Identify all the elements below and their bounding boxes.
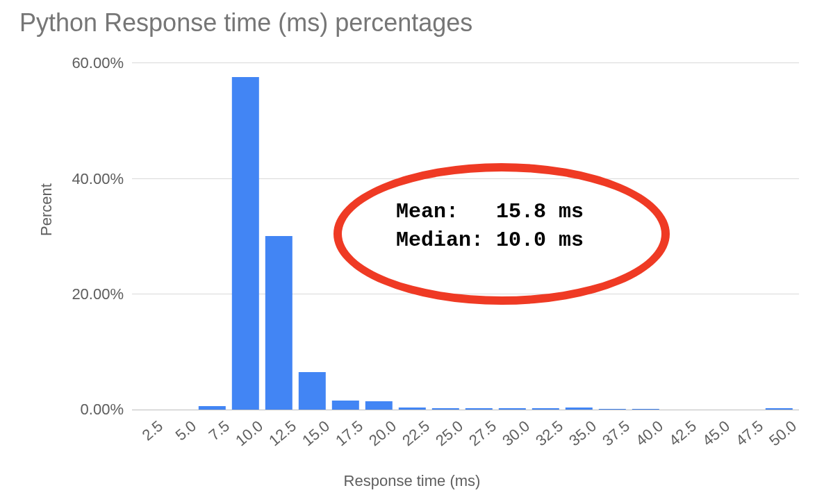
- bar: [365, 401, 392, 410]
- x-tick-label: 50.0: [761, 412, 800, 450]
- annotation-median-label: Median:: [396, 228, 484, 252]
- bar-slot: 47.5: [732, 62, 766, 410]
- bar: [265, 236, 292, 410]
- bar-slot: 10.0: [232, 62, 265, 410]
- bar: [766, 408, 792, 410]
- bar: [199, 406, 225, 410]
- x-tick-label: 5.0: [167, 412, 200, 444]
- bar: [599, 409, 625, 410]
- bar-slot: 12.5: [265, 62, 299, 410]
- annotation-mean-label: Mean:: [396, 200, 459, 224]
- bar-slot: 15.0: [299, 62, 332, 410]
- bar-slot: 2.5: [132, 62, 165, 410]
- bar-slot: 7.5: [199, 62, 232, 410]
- annotation-mean-value: 15.8 ms: [496, 200, 584, 224]
- bar: [299, 372, 325, 410]
- x-axis-title: Response time (ms): [344, 472, 481, 490]
- bar: [332, 401, 359, 410]
- bar-slot: 5.0: [165, 62, 199, 410]
- bar: [432, 408, 459, 410]
- y-tick-label: 40.00%: [72, 170, 132, 188]
- chart-title: Python Response time (ms) percentages: [19, 8, 472, 37]
- bar: [465, 408, 492, 410]
- bar: [399, 408, 425, 410]
- bar: [232, 77, 258, 410]
- annotation-median-value: 10.0 ms: [496, 228, 584, 252]
- bar: [532, 408, 559, 410]
- bar-slot: 50.0: [766, 62, 799, 410]
- y-tick-label: 20.00%: [72, 285, 132, 303]
- bar: [566, 408, 592, 410]
- y-axis-title: Percent: [38, 183, 56, 236]
- x-tick-label: 7.5: [201, 412, 233, 444]
- y-tick-label: 60.00%: [72, 54, 132, 72]
- plot-area: 0.00% 20.00% 40.00% 60.00% 2.55.07.510.0…: [132, 62, 799, 410]
- x-tick-label: 2.5: [134, 412, 167, 444]
- bar-slot: 42.5: [666, 62, 699, 410]
- bar-slot: 45.0: [699, 62, 732, 410]
- bar: [499, 408, 525, 410]
- annotation-stats: Mean: 15.8 ms Median: 10.0 ms: [396, 198, 584, 254]
- y-tick-label: 0.00%: [81, 401, 132, 419]
- chart-root: Python Response time (ms) percentages Pe…: [0, 0, 824, 504]
- bar: [632, 409, 659, 410]
